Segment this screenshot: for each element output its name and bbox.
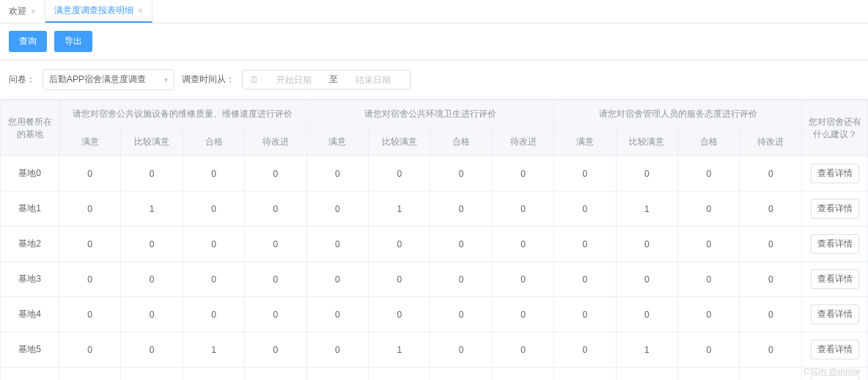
cell-value: 0 [740, 297, 802, 332]
cell-value: 0 [554, 156, 616, 191]
end-date-input[interactable] [344, 75, 402, 85]
cell-base: 基地6 [1, 368, 59, 381]
start-date-input[interactable] [265, 75, 323, 85]
cell-value: 0 [306, 191, 368, 227]
view-detail-button[interactable]: 查看详情 [811, 234, 859, 254]
cell-value: 0 [740, 191, 802, 227]
date-range-picker[interactable]: 🗓 至 [242, 70, 411, 89]
cell-action: 查看详情 [802, 297, 868, 332]
view-detail-button[interactable]: 查看详情 [811, 340, 859, 359]
cell-value: 0 [183, 227, 244, 262]
view-detail-button[interactable]: 查看详情 [811, 304, 859, 324]
cell-value: 0 [554, 262, 616, 297]
cell-value: 0 [554, 227, 616, 262]
cell-value: 0 [369, 227, 430, 262]
export-button[interactable]: 导出 [54, 31, 92, 52]
view-detail-button[interactable]: 查看详情 [811, 199, 859, 219]
cell-value: 0 [183, 368, 244, 381]
view-detail-button[interactable]: 查看详情 [811, 375, 859, 380]
cell-value: 0 [121, 332, 183, 368]
cell-value: 0 [121, 297, 183, 332]
questionnaire-select[interactable]: 后勤APP宿舍满意度调查 ▾ [43, 69, 174, 90]
questionnaire-label: 问卷： [9, 73, 35, 86]
th-sub: 合格 [183, 128, 244, 156]
cell-value: 0 [554, 191, 616, 227]
table-row: 基地3000000000000查看详情 [1, 262, 868, 297]
cell-value: 0 [306, 227, 368, 262]
cell-value: 0 [430, 156, 492, 191]
cell-action: 查看详情 [802, 368, 868, 381]
cell-value: 0 [306, 262, 368, 297]
th-group1: 请您对宿舍公共设施设备的维修质量、维修速度进行评价 [59, 101, 307, 128]
cell-value: 0 [554, 332, 616, 368]
close-icon[interactable]: × [31, 7, 36, 17]
cell-value: 0 [306, 297, 368, 332]
th-base: 您用餐所在的基地 [1, 101, 59, 156]
cell-value: 1 [616, 191, 677, 227]
th-group2: 请您对宿舍公共环境卫生进行评价 [306, 101, 554, 128]
cell-value: 0 [678, 191, 740, 227]
cell-value: 0 [183, 297, 244, 332]
cell-base: 基地1 [1, 191, 59, 227]
cell-value: 0 [740, 262, 802, 297]
chevron-down-icon: ▾ [164, 76, 168, 84]
cell-value: 0 [59, 227, 121, 262]
cell-action: 查看详情 [802, 262, 868, 297]
select-value: 后勤APP宿舍满意度调查 [49, 73, 146, 86]
cell-value: 0 [616, 262, 677, 297]
close-icon[interactable]: × [138, 6, 143, 16]
table-row: 基地4000000000000查看详情 [1, 297, 868, 332]
cell-value: 0 [740, 368, 802, 381]
cell-value: 0 [616, 227, 677, 262]
cell-value: 0 [306, 156, 368, 191]
report-table: 您用餐所在的基地 请您对宿舍公共设施设备的维修质量、维修速度进行评价 请您对宿舍… [0, 100, 868, 380]
query-button[interactable]: 查询 [9, 31, 47, 52]
table-row: 基地1010001000100查看详情 [1, 191, 868, 227]
cell-value: 0 [554, 368, 616, 381]
th-sub: 满意 [306, 128, 368, 156]
th-sub: 满意 [554, 128, 616, 156]
cell-value: 0 [183, 262, 244, 297]
cell-action: 查看详情 [802, 156, 868, 191]
th-sub: 合格 [678, 128, 740, 156]
cell-action: 查看详情 [802, 227, 868, 262]
tab-welcome[interactable]: 欢迎 × [0, 0, 45, 23]
cell-value: 0 [59, 191, 121, 227]
table-row: 基地6000000000000查看详情 [1, 368, 868, 381]
cell-value: 0 [430, 227, 492, 262]
table-row: 基地0000000000000查看详情 [1, 156, 868, 191]
cell-base: 基地4 [1, 297, 59, 332]
cell-base: 基地2 [1, 227, 59, 262]
view-detail-button[interactable]: 查看详情 [811, 164, 859, 183]
cell-action: 查看详情 [802, 332, 868, 368]
th-sub: 比较满意 [369, 128, 430, 156]
tab-report[interactable]: 满意度调查报表明细 × [45, 0, 152, 23]
cell-value: 0 [121, 156, 183, 191]
table-row: 基地2000000000000查看详情 [1, 227, 868, 262]
th-group3: 请您对宿舍管理人员的服务态度进行评价 [554, 101, 802, 128]
cell-base: 基地3 [1, 262, 59, 297]
cell-value: 0 [306, 332, 368, 368]
cell-value: 0 [678, 156, 740, 191]
cell-value: 0 [740, 156, 802, 191]
cell-value: 0 [183, 156, 244, 191]
filter-bar: 问卷： 后勤APP宿舍满意度调查 ▾ 调查时间从： 🗓 至 [0, 60, 868, 100]
th-suggest: 您对宿舍还有什么建议？ [802, 101, 868, 156]
cell-value: 0 [492, 262, 553, 297]
cell-action: 查看详情 [802, 191, 868, 227]
cell-value: 0 [59, 368, 121, 381]
cell-value: 0 [678, 368, 740, 381]
tab-label: 欢迎 [9, 5, 26, 18]
cell-value: 1 [616, 332, 677, 368]
cell-value: 0 [306, 368, 368, 381]
date-separator: 至 [329, 73, 338, 86]
th-sub: 合格 [430, 128, 492, 156]
cell-value: 1 [183, 332, 244, 368]
cell-value: 0 [369, 156, 430, 191]
cell-value: 0 [369, 262, 430, 297]
cell-base: 基地0 [1, 156, 59, 191]
cell-value: 0 [678, 262, 740, 297]
cell-value: 0 [121, 262, 183, 297]
view-detail-button[interactable]: 查看详情 [811, 269, 859, 289]
cell-value: 0 [59, 297, 121, 332]
